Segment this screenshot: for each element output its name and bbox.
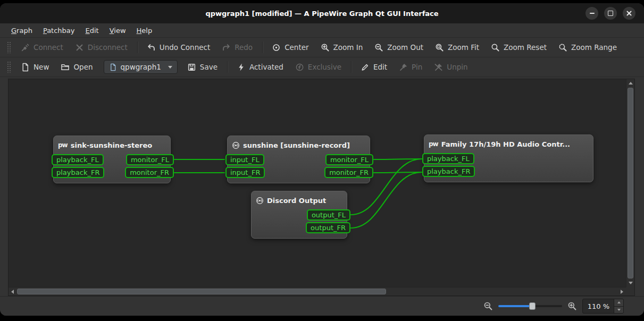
center-button[interactable]: Center	[266, 40, 314, 55]
pin-label: Pin	[412, 63, 422, 71]
pin-icon	[399, 63, 408, 72]
menu-edit[interactable]: Edit	[81, 25, 104, 36]
graph-canvas-frame: pw sink-sunshine-stereo playback_FL play…	[8, 79, 635, 296]
port-output[interactable]: monitor_FL	[126, 154, 174, 165]
port-output[interactable]: monitor_FR	[125, 167, 174, 178]
zoom-out-button[interactable]: Zoom Out	[369, 40, 429, 55]
zoom-reset-label: Zoom Reset	[504, 43, 547, 52]
new-button[interactable]: New	[15, 60, 54, 75]
unpin-button[interactable]: Unpin	[429, 60, 473, 75]
redo-icon	[222, 43, 231, 52]
pin-button[interactable]: Pin	[394, 60, 428, 75]
pipewire-icon: pw	[58, 141, 68, 149]
zoom-out-small-icon[interactable]	[483, 301, 493, 311]
close-button[interactable]	[623, 7, 635, 20]
connect-label: Connect	[34, 43, 63, 52]
port-input[interactable]: playback_FL	[422, 153, 474, 164]
zoom-slider[interactable]	[498, 302, 562, 310]
port-input[interactable]: playback_FR	[422, 166, 475, 177]
toolbar-patchbay: New Open qpwgraph1 Save Activated Exclus…	[0, 57, 644, 77]
minimize-button[interactable]	[586, 7, 598, 20]
menu-view[interactable]: View	[105, 25, 131, 36]
patchbay-file-icon	[109, 63, 117, 71]
port-input[interactable]: playback_FL	[52, 154, 104, 165]
zoom-slider-handle[interactable]	[529, 302, 536, 310]
toolbar-drag-handle[interactable]	[7, 41, 11, 53]
node-title-text: sunshine [sunshine-record]	[243, 141, 350, 149]
patchbay-combo-value: qpwgraph1	[121, 63, 161, 71]
activated-button[interactable]: Activated	[231, 60, 289, 75]
new-label: New	[34, 63, 49, 71]
zoom-reset-button[interactable]: Zoom Reset	[486, 40, 552, 55]
zoom-in-button[interactable]: Zoom In	[315, 40, 369, 55]
node-title-text: sink-sunshine-stereo	[71, 141, 153, 149]
disconnect-button[interactable]: Disconnect	[70, 40, 133, 55]
graph-canvas[interactable]: pw sink-sunshine-stereo playback_FL play…	[9, 79, 626, 287]
zoom-slider-fill	[498, 305, 532, 307]
port-input[interactable]: input_FR	[225, 167, 265, 178]
port-output[interactable]: output_FR	[306, 222, 350, 233]
port-input[interactable]: playback_FR	[52, 167, 104, 178]
app-window: qpwgraph1 [modified] — A PipeWire Graph …	[0, 3, 644, 316]
save-label: Save	[200, 63, 218, 71]
scroll-left-button[interactable]	[9, 288, 16, 295]
port-output[interactable]: monitor_FL	[325, 154, 373, 165]
menu-help[interactable]: Help	[132, 25, 157, 36]
activated-label: Activated	[249, 63, 283, 71]
node-title: sunshine [sunshine-record]	[232, 139, 365, 151]
close-icon	[626, 10, 632, 16]
redo-button[interactable]: Redo	[216, 40, 258, 55]
arrow-up-icon	[629, 82, 633, 85]
window-title: qpwgraph1 [modified] — A PipeWire Graph …	[205, 10, 438, 18]
node-family-hd-audio[interactable]: pw Family 17h/19h HD Audio Contr... play…	[424, 134, 593, 182]
scroll-right-button[interactable]	[618, 288, 626, 295]
toolbar-drag-handle[interactable]	[7, 61, 11, 73]
arrow-right-icon	[621, 290, 623, 294]
toolbar-separator	[227, 61, 228, 73]
vertical-scrollbar[interactable]	[626, 79, 634, 287]
zoom-reset-icon	[491, 43, 500, 52]
arrow-up-icon	[617, 301, 621, 303]
activated-bolt-icon	[237, 63, 246, 72]
maximize-button[interactable]	[604, 7, 617, 20]
center-label: Center	[285, 43, 308, 52]
spin-up-button[interactable]	[614, 299, 623, 306]
zoom-spinbox[interactable]: 110 %	[582, 299, 624, 314]
patchbay-combo[interactable]: qpwgraph1	[104, 60, 178, 74]
record-icon	[232, 141, 240, 149]
zoom-in-small-icon[interactable]	[567, 301, 577, 311]
node-title: Discord Output	[256, 195, 342, 206]
new-file-icon	[21, 63, 30, 72]
port-output[interactable]: output_FL	[307, 209, 350, 221]
titlebar: qpwgraph1 [modified] — A PipeWire Graph …	[0, 3, 644, 23]
zoom-fit-button[interactable]: Zoom Fit	[430, 40, 484, 55]
horizontal-scrollbar-thumb[interactable]	[17, 289, 386, 294]
statusbar: 110 %	[0, 296, 644, 316]
horizontal-scrollbar[interactable]	[9, 287, 626, 295]
spin-down-button[interactable]	[614, 306, 623, 314]
connect-icon	[21, 43, 30, 52]
edit-pencil-icon	[361, 63, 370, 72]
vertical-scrollbar-thumb[interactable]	[628, 88, 633, 278]
edit-button[interactable]: Edit	[355, 60, 392, 75]
scroll-up-button[interactable]	[626, 79, 634, 87]
save-button[interactable]: Save	[182, 60, 223, 75]
zoom-value[interactable]: 110 %	[583, 302, 614, 310]
save-icon	[187, 63, 196, 72]
node-sink-sunshine-stereo[interactable]: pw sink-sunshine-stereo playback_FL play…	[53, 136, 171, 183]
undo-connect-button[interactable]: Undo Connect	[141, 40, 215, 55]
open-button[interactable]: Open	[55, 60, 98, 75]
connect-button[interactable]: Connect	[15, 40, 69, 55]
menu-graph[interactable]: Graph	[6, 25, 37, 36]
node-discord-output[interactable]: Discord Output output_FL output_FR	[251, 191, 347, 239]
port-output[interactable]: monitor_FR	[324, 167, 373, 178]
scroll-down-button[interactable]	[626, 279, 634, 287]
zoom-in-icon	[321, 43, 330, 52]
zoom-range-button[interactable]: Zoom Range	[553, 40, 622, 55]
port-input[interactable]: input_FL	[225, 154, 264, 165]
menu-patchbay[interactable]: Patchbay	[38, 25, 80, 36]
disconnect-icon	[75, 43, 84, 52]
toolbar-separator	[351, 61, 352, 73]
node-sunshine[interactable]: sunshine [sunshine-record] input_FL inpu…	[227, 136, 370, 183]
exclusive-button[interactable]: Exclusive	[290, 60, 347, 75]
